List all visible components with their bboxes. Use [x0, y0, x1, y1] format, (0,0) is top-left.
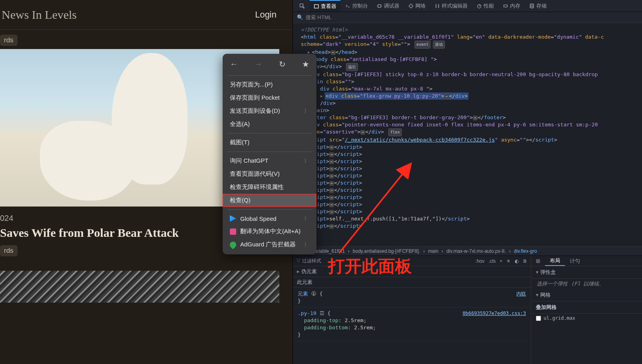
menu-a11y[interactable]: 检查无障碍环境属性: [223, 181, 316, 194]
context-menu: ← → ↻ ★ 另存页面为...(P) 保存页面到 Pocket 发送页面到设备…: [223, 54, 316, 254]
svg-rect-2: [378, 4, 381, 7]
devtools-toolbar: 查看器 控制台 调试器 网络 样式编辑器 性能 内存 存储: [293, 0, 642, 12]
tab-style-editor[interactable]: 样式编辑器: [431, 0, 472, 12]
site-header: News In Levels Login: [0, 0, 292, 30]
menu-inspect[interactable]: 检查(Q): [223, 194, 316, 207]
contrast-icon[interactable]: ◐: [515, 258, 519, 264]
dom-tree[interactable]: <!DOCTYPE html> <html class="__variable_…: [293, 23, 642, 246]
svg-point-5: [530, 4, 534, 5]
dom-selected-node[interactable]: <div class="flex-grow py-10 lg:py-20">⋯<…: [325, 92, 468, 100]
add-rule-button[interactable]: +: [500, 258, 502, 264]
menu-global-speed[interactable]: Global Speed〉: [223, 212, 316, 225]
layout-icon-tab[interactable]: ⊞: [531, 256, 545, 266]
menu-ask-chatgpt[interactable]: 询问 ChatGPT〉: [223, 154, 316, 167]
context-menu-nav: ← → ↻ ★: [223, 57, 316, 73]
menu-screenshot[interactable]: 截图(T): [223, 136, 316, 149]
back-icon[interactable]: ←: [230, 59, 238, 69]
reload-icon[interactable]: ↻: [279, 59, 286, 69]
forward-icon[interactable]: →: [254, 59, 262, 69]
devtools-panel: 查看器 控制台 调试器 网络 样式编辑器 性能 内存 存储 🔍 搜索 HTML …: [292, 0, 642, 364]
login-link[interactable]: Login: [255, 10, 277, 20]
inline-style-block[interactable]: 内联 元素 🛈 {}: [293, 288, 531, 307]
chevron-right-icon: 〉: [304, 241, 309, 248]
menu-adguard[interactable]: AdGuard 广告拦截器〉: [223, 238, 316, 251]
search-icon: 🔍: [297, 14, 303, 20]
svg-rect-4: [504, 5, 508, 7]
grid-checkbox[interactable]: [536, 316, 541, 321]
play-icon: [230, 215, 236, 222]
hov-toggle[interactable]: :hov: [476, 258, 485, 264]
tool-pick-element[interactable]: [295, 0, 309, 12]
grid-section[interactable]: 网格: [531, 289, 642, 301]
tab-console[interactable]: 控制台: [341, 0, 372, 12]
flexbox-help: 选择一个弹性 (Fl 以继续。: [531, 279, 642, 289]
tab-performance[interactable]: 性能: [472, 0, 498, 12]
chevron-right-icon: 〉: [304, 215, 309, 222]
layout-panel: ⊞ 布局 计匀 弹性盒 选择一个弹性 (Fl 以继续。 网格 叠加网格 ul.g…: [531, 256, 642, 364]
grid-overlay-item[interactable]: ul.grid.max: [531, 314, 642, 323]
search-placeholder: 搜索 HTML: [306, 14, 332, 21]
print-icon[interactable]: 🗎: [523, 258, 527, 264]
tab-inspector[interactable]: 查看器: [310, 0, 340, 12]
menu-save-as[interactable]: 另存页面为...(P): [223, 78, 316, 91]
annotation-text: 打开此面板: [328, 255, 412, 277]
light-icon[interactable]: ☀: [506, 258, 511, 264]
menu-save-pocket[interactable]: 保存页面到 Pocket: [223, 91, 316, 104]
tab-memory[interactable]: 内存: [499, 0, 524, 12]
site-title: News In Levels: [0, 8, 77, 22]
filter-styles[interactable]: ▽ 过滤样式: [296, 258, 321, 264]
tab-layout[interactable]: 布局: [545, 256, 565, 266]
tag-chip[interactable]: rds: [0, 35, 18, 46]
cls-toggle[interactable]: .cls: [488, 258, 496, 264]
menu-view-source[interactable]: 查看页面源代码(V): [223, 167, 316, 181]
svg-point-6: [530, 6, 534, 8]
tab-storage[interactable]: 存储: [525, 0, 551, 12]
overlay-grid-label: 叠加网格: [531, 301, 642, 314]
bookmark-icon[interactable]: ★: [302, 59, 309, 69]
flexbox-section[interactable]: 弹性盒: [531, 266, 642, 279]
shield-icon: [229, 240, 238, 249]
tab-network[interactable]: 网络: [404, 0, 430, 12]
article-image-2[interactable]: [0, 271, 279, 303]
this-element-section: 此元素: [293, 277, 531, 288]
chevron-right-icon: 〉: [304, 157, 309, 165]
dom-doctype: <!DOCTYPE html>: [301, 27, 348, 33]
py10-style-block[interactable]: 0b66935927e7ed03.css:3 .py-10 ☲ { paddin…: [293, 307, 531, 341]
tag-chip-2[interactable]: rds: [0, 245, 18, 256]
tab-debugger[interactable]: 调试器: [373, 0, 403, 12]
menu-select-all[interactable]: 全选(A): [223, 118, 316, 131]
menu-translate[interactable]: 翻译为简体中文(Alt+A): [223, 225, 316, 238]
dom-breadcrumb[interactable]: c78.__variable_61f0f1› body.antialiased.…: [293, 246, 642, 256]
tab-computed[interactable]: 计匀: [565, 256, 585, 266]
menu-send-device[interactable]: 发送页面到设备(D)〉: [223, 104, 316, 118]
chevron-right-icon: 〉: [304, 108, 309, 115]
translate-icon: [230, 228, 236, 235]
svg-rect-1: [314, 4, 319, 8]
devtools-search[interactable]: 🔍 搜索 HTML: [293, 12, 642, 23]
